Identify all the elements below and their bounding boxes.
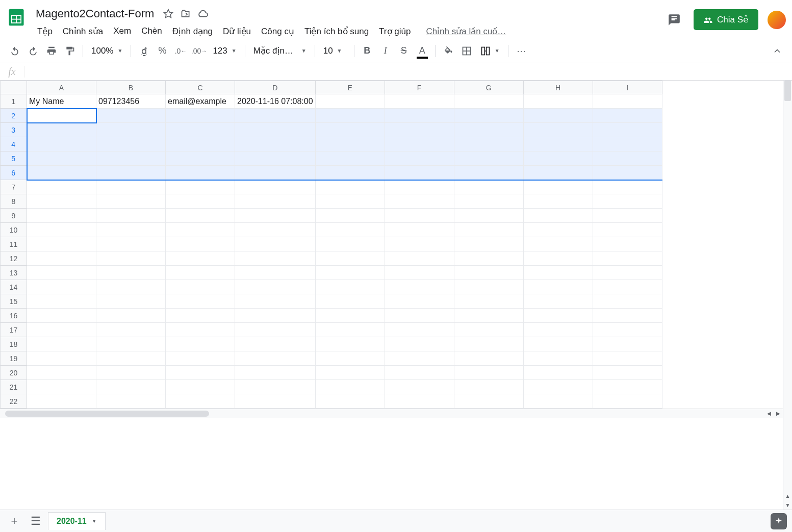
cell[interactable] <box>454 337 523 351</box>
cell[interactable] <box>96 123 166 137</box>
cell[interactable] <box>523 137 593 151</box>
cell[interactable] <box>315 237 385 251</box>
cell[interactable] <box>96 194 166 209</box>
row-header[interactable]: 9 <box>1 209 27 223</box>
redo-icon[interactable] <box>24 42 42 60</box>
cell[interactable] <box>454 394 523 409</box>
cell[interactable] <box>454 280 523 294</box>
cell[interactable] <box>385 394 454 409</box>
cell[interactable] <box>315 94 385 109</box>
strikethrough-button[interactable]: S <box>395 42 413 60</box>
scroll-right-icon[interactable]: ▶ <box>774 411 783 416</box>
cell[interactable] <box>166 380 235 394</box>
row-header[interactable]: 22 <box>1 394 27 409</box>
cell[interactable] <box>315 180 385 194</box>
fill-color-button[interactable] <box>440 42 457 60</box>
cell[interactable] <box>315 309 385 323</box>
italic-button[interactable]: I <box>377 42 394 60</box>
cell[interactable] <box>593 137 662 151</box>
cell[interactable] <box>454 166 523 180</box>
cell[interactable] <box>96 366 166 380</box>
column-header[interactable]: I <box>593 81 662 94</box>
cell[interactable] <box>454 366 523 380</box>
cell[interactable] <box>315 194 385 209</box>
cell[interactable] <box>166 209 235 223</box>
sheets-logo[interactable] <box>6 4 27 31</box>
row-header[interactable]: 12 <box>1 251 27 266</box>
cell[interactable] <box>593 151 662 166</box>
cell[interactable] <box>27 380 96 394</box>
cell[interactable] <box>593 194 662 209</box>
cell[interactable] <box>454 351 523 366</box>
cell[interactable] <box>166 180 235 194</box>
cell[interactable] <box>385 151 454 166</box>
row-header[interactable]: 13 <box>1 266 27 280</box>
cell[interactable] <box>454 180 523 194</box>
cell[interactable] <box>315 366 385 380</box>
cell[interactable] <box>523 223 593 237</box>
cell[interactable] <box>235 337 316 351</box>
cell[interactable] <box>27 266 96 280</box>
scroll-left-icon[interactable]: ◀ <box>764 411 774 416</box>
font-size-select[interactable]: 10▼ <box>319 43 350 59</box>
more-formats-select[interactable]: 123▼ <box>209 43 240 59</box>
cell[interactable] <box>315 266 385 280</box>
cell[interactable] <box>96 337 166 351</box>
vertical-scrollbar[interactable]: ▲ ▼ <box>783 81 792 510</box>
cell[interactable] <box>27 323 96 337</box>
cell[interactable] <box>454 323 523 337</box>
print-icon[interactable] <box>43 42 60 60</box>
cell[interactable] <box>315 351 385 366</box>
cell[interactable] <box>593 337 662 351</box>
move-icon[interactable] <box>180 8 192 20</box>
cell[interactable] <box>27 166 96 180</box>
cell[interactable] <box>523 151 593 166</box>
star-icon[interactable] <box>162 8 174 20</box>
cell[interactable] <box>593 223 662 237</box>
add-sheet-button[interactable]: + <box>5 512 23 530</box>
cell[interactable]: My Name <box>27 94 96 109</box>
cell[interactable] <box>96 137 166 151</box>
column-header[interactable]: B <box>96 81 166 94</box>
column-header[interactable]: G <box>454 81 523 94</box>
row-header[interactable]: 17 <box>1 323 27 337</box>
cell[interactable] <box>27 366 96 380</box>
cell[interactable] <box>235 294 316 309</box>
cell[interactable] <box>385 166 454 180</box>
cell[interactable] <box>166 151 235 166</box>
cell[interactable] <box>523 237 593 251</box>
cell[interactable] <box>523 337 593 351</box>
cell[interactable] <box>166 394 235 409</box>
cell[interactable] <box>235 366 316 380</box>
cell[interactable] <box>385 109 454 123</box>
cell[interactable] <box>96 209 166 223</box>
column-header[interactable]: A <box>27 81 96 94</box>
cell[interactable] <box>235 151 316 166</box>
cell[interactable] <box>96 266 166 280</box>
cell[interactable] <box>235 123 316 137</box>
format-percent-button[interactable]: % <box>154 42 171 60</box>
increase-decimal-button[interactable]: .00→ <box>190 42 208 60</box>
row-header[interactable]: 6 <box>1 166 27 180</box>
cell[interactable] <box>385 223 454 237</box>
cell[interactable] <box>523 209 593 223</box>
cell[interactable] <box>27 351 96 366</box>
cell[interactable] <box>235 351 316 366</box>
sheet-tab-menu-icon[interactable]: ▼ <box>92 518 97 524</box>
cell[interactable] <box>385 294 454 309</box>
cell[interactable] <box>454 266 523 280</box>
cell[interactable] <box>315 294 385 309</box>
account-avatar[interactable] <box>768 11 786 29</box>
cell[interactable] <box>315 380 385 394</box>
row-header[interactable]: 10 <box>1 223 27 237</box>
cell[interactable] <box>523 109 593 123</box>
row-header[interactable]: 8 <box>1 194 27 209</box>
column-header[interactable]: D <box>235 81 316 94</box>
cell[interactable] <box>315 109 385 123</box>
cell[interactable] <box>523 323 593 337</box>
cell[interactable] <box>523 380 593 394</box>
cell[interactable] <box>235 194 316 209</box>
cell[interactable] <box>523 351 593 366</box>
cell[interactable] <box>385 137 454 151</box>
cell[interactable] <box>27 394 96 409</box>
